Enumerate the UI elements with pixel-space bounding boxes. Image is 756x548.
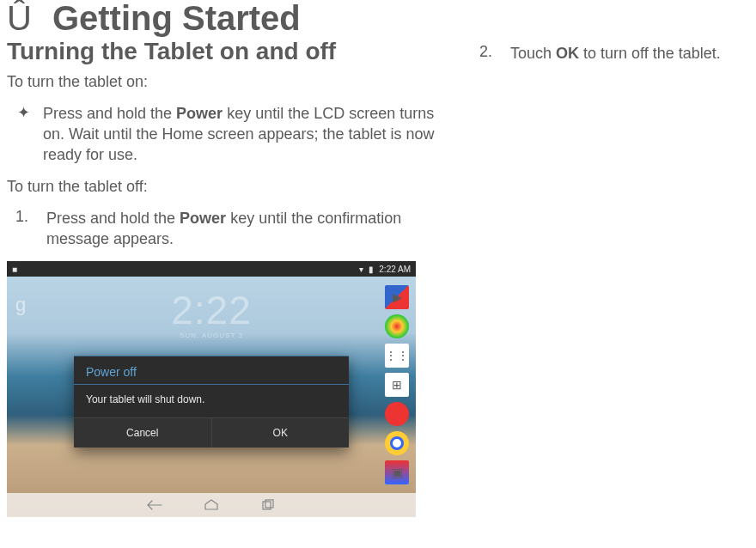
text-fragment: to turn off the tablet. — [579, 45, 721, 62]
intro-off: To turn the tablet off: — [7, 177, 454, 197]
step-off-1: 1. Press and hold the Power key until th… — [15, 208, 454, 250]
wifi-icon: ▾ — [359, 265, 363, 274]
ok-button[interactable]: OK — [211, 418, 350, 448]
section-heading: Turning the Tablet on and off — [7, 38, 454, 65]
text-bold: Power — [180, 210, 226, 227]
text-fragment: Touch — [510, 45, 556, 62]
text-bold: OK — [556, 45, 579, 62]
dialog-body: Your tablet will shut down. — [74, 385, 349, 417]
tablet-screenshot: ■ ▾ ▮ 2:22 AM g 2:22 SUN, AUGUST 3 ▶ ⋮⋮ … — [7, 261, 416, 517]
lock-clock: 2:22 SUN, AUGUST 3 — [171, 290, 252, 339]
step-number: 2. — [479, 43, 498, 61]
apps-mixed-icon[interactable]: ⊞ — [385, 373, 409, 397]
status-right: ▾ ▮ 2:22 AM — [359, 265, 411, 274]
dialog-title: Power off — [74, 356, 349, 384]
status-bar: ■ ▾ ▮ 2:22 AM — [7, 261, 416, 277]
battery-icon: ▮ — [369, 265, 374, 274]
bullet-on-text: Press and hold the Power key until the L… — [43, 103, 454, 166]
text-bold: Power — [176, 105, 223, 122]
recents-icon[interactable] — [260, 499, 276, 511]
home-app-icons: ▶ ⋮⋮ ⊞ ▣ — [385, 285, 409, 484]
text-fragment: Press and hold the — [46, 210, 180, 227]
power-off-dialog: Power off Your tablet will shut down. Ca… — [74, 356, 349, 448]
google-plus-icon[interactable] — [385, 402, 409, 426]
status-left-icon: ■ — [12, 265, 17, 274]
svg-rect-1 — [265, 500, 273, 508]
chapter-icon: Û — [7, 1, 32, 35]
bullet-on: ✦ Press and hold the Power key until the… — [15, 103, 454, 166]
chapter-title: Getting Started — [52, 0, 301, 36]
step-number: 1. — [15, 208, 34, 226]
lock-clock-time: 2:22 — [171, 290, 252, 330]
step-off-2-text: Touch OK to turn off the tablet. — [510, 43, 721, 64]
chrome-icon[interactable] — [385, 431, 409, 455]
lock-clock-date: SUN, AUGUST 3 — [171, 332, 252, 339]
cancel-button[interactable]: Cancel — [74, 418, 211, 448]
right-column: 2. Touch OK to turn off the tablet. — [471, 38, 746, 517]
status-time: 2:22 AM — [379, 265, 411, 274]
chapter-header: Û Getting Started — [7, 0, 749, 36]
left-column: Turning the Tablet on and off To turn th… — [7, 38, 454, 517]
play-store-icon[interactable]: ▶ — [385, 285, 409, 309]
intro-on: To turn the tablet on: — [7, 72, 454, 92]
system-nav-bar — [7, 493, 416, 517]
dialog-buttons: Cancel OK — [74, 417, 349, 448]
star-bullet-icon: ✦ — [15, 103, 31, 122]
svg-rect-0 — [263, 502, 271, 509]
apps-drawer-icon[interactable]: ⋮⋮ — [385, 344, 409, 368]
step-off-1-text: Press and hold the Power key until the c… — [46, 208, 454, 250]
back-icon[interactable] — [147, 499, 162, 511]
gallery-icon[interactable]: ▣ — [385, 460, 409, 484]
home-icon[interactable] — [204, 499, 219, 511]
content-columns: Turning the Tablet on and off To turn th… — [7, 38, 749, 517]
text-fragment: Press and hold the — [43, 105, 176, 122]
google-glyph: g — [15, 294, 26, 316]
step-off-2: 2. Touch OK to turn off the tablet. — [479, 43, 746, 64]
photos-icon[interactable] — [385, 314, 409, 338]
